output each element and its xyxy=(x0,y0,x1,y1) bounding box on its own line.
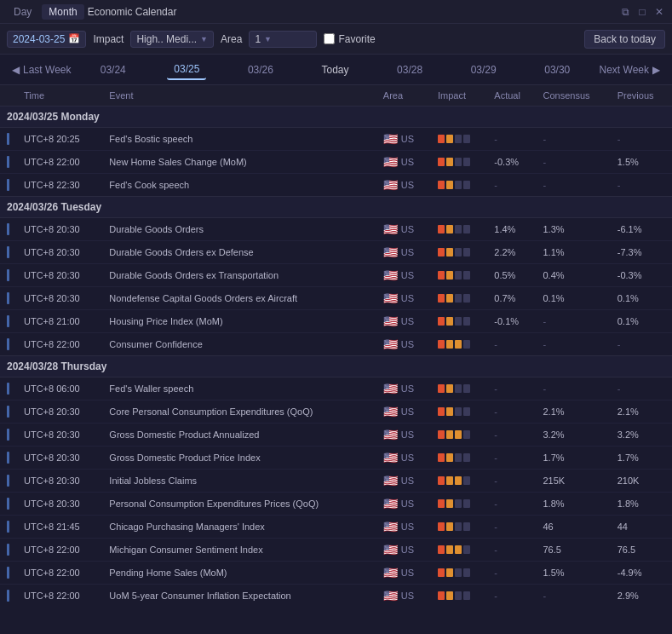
table-row[interactable]: UTC+8 20:30Durable Goods Orders ex Trans… xyxy=(0,264,672,287)
row-indicator xyxy=(0,128,17,151)
table-row[interactable]: UTC+8 20:30Personal Consumption Expendit… xyxy=(0,493,672,516)
favorite-checkbox[interactable] xyxy=(324,33,335,44)
event-actual: - xyxy=(487,424,536,447)
title-bar: Day Month Economic Calendar ⧉ □ ✕ xyxy=(0,0,672,24)
table-row[interactable]: UTC+8 22:00UoM 5-year Consumer Inflation… xyxy=(0,585,672,608)
impact-bar-3 xyxy=(463,384,470,393)
country-code: US xyxy=(401,429,414,440)
close-btn[interactable]: ✕ xyxy=(653,6,665,18)
nav-date-03-29[interactable]: 03/29 xyxy=(464,61,503,79)
table-row[interactable]: UTC+8 22:00New Home Sales Change (MoM)🇺🇸… xyxy=(0,151,672,174)
nav-date-03-25[interactable]: 03/25 xyxy=(167,60,206,80)
tab-month[interactable]: Month xyxy=(42,4,83,20)
impact-dropdown[interactable]: High.. Medi... ▼ xyxy=(130,31,214,48)
impact-bar-3 xyxy=(463,340,470,349)
table-row[interactable]: UTC+8 20:30Gross Domestic Product Price … xyxy=(0,447,672,470)
impact-bar-3 xyxy=(463,545,470,554)
nav-date-03-26[interactable]: 03/26 xyxy=(241,61,280,79)
impact-bar-1 xyxy=(446,545,453,554)
impact-bars xyxy=(438,499,480,508)
event-impact xyxy=(431,585,487,608)
area-label: Area xyxy=(221,33,242,45)
favorite-checkbox-container[interactable]: Favorite xyxy=(324,33,375,45)
event-time: UTC+8 20:30 xyxy=(17,493,102,516)
section-header: 2024/03/28 Thursday xyxy=(0,356,672,378)
impact-bar-2 xyxy=(455,294,462,303)
country-code: US xyxy=(401,383,414,394)
event-name: Durable Goods Orders ex Defense xyxy=(102,241,376,264)
impact-bars xyxy=(438,294,480,303)
table-row[interactable]: UTC+8 22:00Pending Home Sales (MoM)🇺🇸US-… xyxy=(0,562,672,585)
table-row[interactable]: UTC+8 20:25Fed's Bostic speech🇺🇸US--- xyxy=(0,128,672,151)
flag-icon: 🇺🇸 xyxy=(383,132,398,146)
table-row[interactable]: UTC+8 20:30Durable Goods Orders ex Defen… xyxy=(0,241,672,264)
impact-bar-2 xyxy=(455,545,462,554)
event-actual: 0.7% xyxy=(487,287,536,310)
event-consensus: - xyxy=(537,378,611,401)
event-actual: - xyxy=(487,447,536,470)
flag-icon: 🇺🇸 xyxy=(383,382,398,395)
restore-btn[interactable]: ⧉ xyxy=(619,6,631,18)
impact-bar-0 xyxy=(438,317,445,326)
table-row[interactable]: UTC+8 21:45Chicago Purchasing Managers' … xyxy=(0,516,672,539)
event-area: 🇺🇸US xyxy=(376,174,431,197)
flag-icon: 🇺🇸 xyxy=(383,337,398,351)
impact-bar-0 xyxy=(438,294,445,303)
impact-bar-2 xyxy=(455,591,462,600)
section-header: 2024/03/26 Tuesday xyxy=(0,197,672,218)
event-impact xyxy=(431,470,487,493)
nav-date-today[interactable]: Today xyxy=(314,61,355,79)
chevron-down-icon: ▼ xyxy=(200,35,208,43)
table-row[interactable]: UTC+8 20:30Core Personal Consumption Exp… xyxy=(0,401,672,424)
tab-day[interactable]: Day xyxy=(7,4,38,20)
event-actual: - xyxy=(487,539,536,562)
flag-icon: 🇺🇸 xyxy=(383,245,398,259)
event-previous: -6.1% xyxy=(611,218,672,241)
flag-icon: 🇺🇸 xyxy=(383,222,398,236)
country-code: US xyxy=(401,134,414,144)
calendar-table-container[interactable]: Time Event Area Impact Actual Consensus … xyxy=(0,85,672,607)
event-actual: - xyxy=(487,378,536,401)
impact-bar-2 xyxy=(455,248,462,256)
event-previous: 1.8% xyxy=(611,493,672,516)
table-row[interactable]: UTC+8 22:30Fed's Cook speech🇺🇸US--- xyxy=(0,174,672,197)
event-previous: -4.9% xyxy=(611,562,672,585)
impact-bar-3 xyxy=(463,248,470,256)
table-row[interactable]: UTC+8 22:00Consumer Confidence🇺🇸US--- xyxy=(0,333,672,356)
impact-bars xyxy=(438,591,480,600)
row-indicator xyxy=(0,424,17,447)
table-row[interactable]: UTC+8 22:00Michigan Consumer Sentiment I… xyxy=(0,539,672,562)
impact-bar-2 xyxy=(455,225,462,233)
event-area: 🇺🇸US xyxy=(376,562,431,585)
nav-date-03-28[interactable]: 03/28 xyxy=(390,61,429,79)
event-consensus: 1.1% xyxy=(537,241,611,264)
area-dropdown[interactable]: 1 ▼ xyxy=(249,31,317,48)
impact-bar-0 xyxy=(438,248,445,256)
nav-date-03-24[interactable]: 03/24 xyxy=(94,61,133,79)
event-actual: 1.4% xyxy=(487,218,536,241)
event-time: UTC+8 20:30 xyxy=(17,401,102,424)
table-row[interactable]: UTC+8 06:00Fed's Waller speech🇺🇸US--- xyxy=(0,378,672,401)
table-row[interactable]: UTC+8 20:30Durable Goods Orders🇺🇸US1.4%1… xyxy=(0,218,672,241)
impact-bars xyxy=(438,568,480,577)
table-row[interactable]: UTC+8 20:30Gross Domestic Product Annual… xyxy=(0,424,672,447)
table-row[interactable]: UTC+8 20:30Nondefense Capital Goods Orde… xyxy=(0,287,672,310)
next-week-button[interactable]: Next Week ▶ xyxy=(594,61,665,79)
event-actual: - xyxy=(487,493,536,516)
back-today-button[interactable]: Back to today xyxy=(584,30,665,49)
impact-bar-1 xyxy=(446,340,453,349)
table-row[interactable]: UTC+8 20:30Initial Jobless Claims🇺🇸US-21… xyxy=(0,470,672,493)
maximize-btn[interactable]: □ xyxy=(636,6,648,18)
date-picker[interactable]: 2024-03-25 📅 xyxy=(7,31,86,48)
event-name: Pending Home Sales (MoM) xyxy=(102,562,376,585)
impact-bar-3 xyxy=(463,430,470,439)
title-bar-controls: ⧉ □ ✕ xyxy=(619,6,665,18)
nav-date-03-30[interactable]: 03/30 xyxy=(537,61,577,79)
calendar-table: Time Event Area Impact Actual Consensus … xyxy=(0,85,672,607)
flag-icon: 🇺🇸 xyxy=(383,566,398,579)
table-row[interactable]: UTC+8 21:00Housing Price Index (MoM)🇺🇸US… xyxy=(0,310,672,333)
impact-bar-0 xyxy=(438,522,445,531)
impact-bar-0 xyxy=(438,181,445,189)
event-actual: - xyxy=(487,333,536,356)
prev-week-button[interactable]: ◀ Last Week xyxy=(7,61,76,79)
